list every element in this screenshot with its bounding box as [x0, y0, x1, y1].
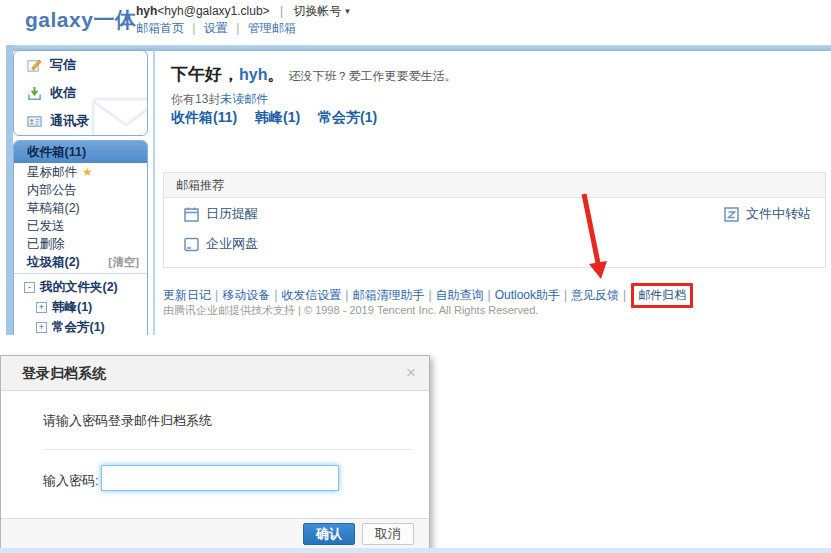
recommend-calendar[interactable]: 日历提醒	[184, 205, 258, 223]
file-transfer-icon	[724, 207, 739, 222]
user-email: <hyh@galaxy1.club>	[157, 4, 269, 18]
calendar-icon	[184, 207, 199, 222]
separator: |	[488, 288, 491, 302]
mail-app-screen: galaxy一体 hyh<hyh@galaxy1.club> | 切换帐号▼ 邮…	[0, 0, 831, 553]
footer-link-mail-archive[interactable]: 邮件归档	[638, 288, 686, 302]
empty-spam-link[interactable]: [清空]	[108, 255, 139, 270]
folder-drafts[interactable]: 草稿箱(2)	[14, 199, 147, 217]
folder-spam[interactable]: 垃圾箱(2) [清空]	[14, 253, 147, 271]
recommend-netdisk[interactable]: 企业网盘	[184, 235, 258, 253]
sidebar-item-contacts[interactable]: 通讯录	[14, 107, 147, 135]
folder-starred[interactable]: 星标邮件 ★	[14, 163, 147, 181]
brand-logo: galaxy一体	[25, 6, 136, 34]
separator: |	[215, 288, 218, 302]
star-icon: ★	[82, 165, 93, 179]
greeting-tagline: 还没下班？爱工作更要爱生活。	[288, 69, 456, 83]
modal-message: 请输入密码登录邮件归档系统	[43, 412, 212, 430]
password-label: 输入密码:	[43, 472, 99, 490]
login-archive-modal: 登录归档系统 × 请输入密码登录邮件归档系统 输入密码: 确认 取消	[0, 355, 430, 549]
container-left-strip	[6, 45, 13, 335]
netdisk-icon	[184, 237, 199, 252]
nav-settings[interactable]: 设置	[204, 21, 228, 35]
unread-mail-link[interactable]: 未读邮件	[220, 92, 268, 106]
sidebar-item-compose[interactable]: 写信	[14, 51, 147, 79]
page-header: galaxy一体 hyh<hyh@galaxy1.club> | 切换帐号▼ 邮…	[0, 0, 831, 42]
greeting: 下午好，hyh。还没下班？爱工作更要爱生活。	[171, 63, 456, 86]
folder-hanfeng[interactable]: + 韩峰(1)	[14, 297, 147, 317]
close-icon[interactable]: ×	[406, 356, 416, 390]
folder-label: 垃圾箱(2)	[27, 254, 80, 271]
separator: |	[564, 288, 567, 302]
footer-link-outlook-assistant[interactable]: Outlook助手	[495, 288, 560, 302]
receive-mail-icon	[27, 86, 42, 101]
header-nav: 邮箱首页 | 设置 | 管理邮箱	[136, 20, 296, 37]
sidebar-item-label: 写信	[50, 56, 76, 74]
folder-group-my-folders[interactable]: - 我的文件夹(2)	[14, 277, 147, 297]
collapse-icon[interactable]: -	[24, 282, 35, 293]
bottom-page-strip	[0, 548, 831, 553]
folder-label: 收件箱(11)	[27, 144, 86, 161]
footer-link-self-service[interactable]: 自助查询	[436, 288, 484, 302]
recommend-file-transfer[interactable]: 文件中转站	[724, 205, 811, 223]
footer-link-feedback[interactable]: 意见反馈	[571, 288, 619, 302]
password-input[interactable]	[101, 465, 339, 491]
confirm-button[interactable]: 确认	[303, 523, 355, 545]
recommend-panel-title: 邮箱推荐	[164, 173, 825, 198]
nav-mail-home[interactable]: 邮箱首页	[136, 21, 184, 35]
separator: |	[280, 4, 283, 18]
separator: |	[428, 288, 431, 302]
nav-manage-mailbox[interactable]: 管理邮箱	[248, 21, 296, 35]
username: hyh	[136, 4, 157, 18]
separator: |	[236, 21, 239, 35]
recommend-item-label: 文件中转站	[746, 205, 811, 223]
folder-inbox[interactable]: 收件箱(11)	[14, 141, 147, 163]
modal-title: 登录归档系统	[22, 365, 106, 381]
recommend-item-label: 日历提醒	[206, 205, 258, 223]
footer-link-update-diary[interactable]: 更新日记	[163, 288, 211, 302]
contacts-card-icon	[27, 114, 42, 129]
unread-changhuifang-link[interactable]: 常会芳(1)	[318, 109, 377, 125]
sidebar-item-label: 通讯录	[50, 112, 89, 130]
separator: |	[274, 288, 277, 302]
recommend-item-label: 企业网盘	[206, 235, 258, 253]
unread-hanfeng-link[interactable]: 韩峰(1)	[255, 109, 300, 125]
main-panel: 下午好，hyh。还没下班？爱工作更要爱生活。 你有13封未读邮件 收件箱(11)…	[153, 51, 831, 335]
unread-inbox-link[interactable]: 收件箱(11)	[171, 109, 237, 125]
folder-label: 内部公告	[27, 182, 77, 199]
folder-label: 韩峰(1)	[52, 299, 92, 316]
modal-body: 请输入密码登录邮件归档系统 输入密码:	[1, 391, 429, 518]
expand-icon[interactable]: +	[36, 302, 47, 313]
folder-deleted[interactable]: 已删除	[14, 235, 147, 253]
folder-label: 草稿箱(2)	[27, 200, 80, 217]
folder-announcements[interactable]: 内部公告	[14, 181, 147, 199]
separator: |	[345, 288, 348, 302]
sidebar-item-label: 收信	[50, 84, 76, 102]
cancel-button[interactable]: 取消	[362, 523, 414, 545]
sidebar-item-receive[interactable]: 收信	[14, 79, 147, 107]
greeting-period: 。	[267, 65, 284, 84]
folder-label: 已发送	[27, 218, 65, 235]
modal-footer: 确认 取消	[1, 518, 429, 549]
divider	[43, 449, 413, 450]
chevron-down-icon[interactable]: ▼	[343, 7, 351, 16]
separator: |	[623, 288, 626, 302]
folder-changhuifang[interactable]: + 常会芳(1)	[14, 317, 147, 335]
footer-link-send-receive-settings[interactable]: 收发信设置	[281, 288, 341, 302]
recommend-panel: 邮箱推荐 日历提醒 企业网盘	[163, 172, 826, 268]
footer-link-mobile[interactable]: 移动设备	[222, 288, 270, 302]
sidebar-actions-box: 写信 收信 通讯录	[13, 50, 148, 136]
greeting-hello: 下午好	[171, 65, 222, 84]
sidebar-folders-box: 收件箱(11) 星标邮件 ★ 内部公告 草稿箱(2) 已发送 已删除 垃圾箱(2…	[13, 140, 148, 335]
mail-container: 写信 收信 通讯录 收件箱(11	[6, 45, 831, 335]
greeting-comma: ，	[222, 65, 239, 84]
greeting-name: hyh	[239, 66, 267, 83]
switch-account-link[interactable]: 切换帐号	[293, 4, 341, 18]
folder-sent[interactable]: 已发送	[14, 217, 147, 235]
unread-folder-links: 收件箱(11) 韩峰(1) 常会芳(1)	[171, 109, 391, 127]
compose-pencil-icon	[27, 58, 42, 73]
divider	[14, 273, 147, 274]
footer-link-cleanup-assistant[interactable]: 邮箱清理助手	[352, 288, 424, 302]
separator: |	[192, 21, 195, 35]
unread-prefix: 你有13封	[171, 92, 220, 106]
expand-icon[interactable]: +	[36, 322, 47, 333]
